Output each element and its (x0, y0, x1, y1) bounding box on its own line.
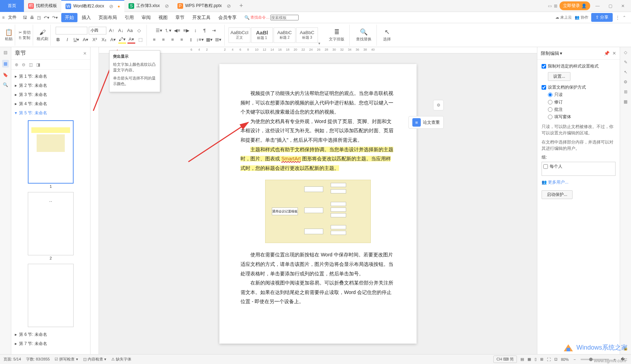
tab-home[interactable]: 首页 (0, 0, 24, 12)
search-icon[interactable]: 🔍 (3, 82, 8, 87)
more-icon[interactable]: ⋮ (616, 15, 620, 20)
find-replace-button[interactable]: 🔍查找替换 (353, 28, 374, 42)
page-count[interactable]: 页面: 5/14 (4, 357, 21, 362)
font-color-icon[interactable]: A▾ (127, 36, 135, 44)
copy-button[interactable]: ⎘ 复制 (19, 35, 30, 40)
style-h1[interactable]: AaBl标题 1 (251, 27, 273, 43)
section-up-icon[interactable]: ◫ (29, 62, 33, 67)
chapter-item[interactable]: ▸ 第 3 节: 未命名 (11, 90, 90, 99)
tab-template[interactable]: 稻 找稻壳模板 (24, 0, 61, 12)
tab-pin-icon[interactable]: ⊘ (165, 3, 169, 9)
style-h2[interactable]: AaBbC标题 2 (274, 27, 295, 43)
ruler-horizontal[interactable]: 642 246 81012 141618 202224 262830 32343… (99, 47, 537, 53)
zoom-out-icon[interactable]: − (572, 357, 577, 362)
tab-word-doc[interactable]: W Word教程2.docx ⊘ ● (61, 0, 124, 12)
hamburger-icon[interactable]: ≡ (2, 15, 5, 20)
body-text[interactable]: 视频提供了功能强大的方法帮助您证明您的观点。当您单击联机视频时，可以在想要添加的… (240, 89, 395, 117)
start-protect-button[interactable]: 启动保护... (542, 190, 573, 199)
tab-add-button[interactable]: + (235, 2, 248, 9)
change-case-icon[interactable]: Aa (126, 27, 134, 34)
chapter-item[interactable]: ▸ 第 4 节: 未命名 (11, 99, 90, 108)
menu-dev[interactable]: 开发工具 (189, 13, 214, 22)
panel-close-icon[interactable]: ✕ (612, 51, 616, 56)
italic-icon[interactable]: I (63, 36, 71, 44)
text-dir-button[interactable]: ≣文字排版 (326, 28, 347, 42)
missing-font[interactable]: ⚠ 缺失字体 (111, 357, 131, 362)
bullets-icon[interactable]: ☰▾ (155, 27, 163, 34)
undo-icon[interactable]: ↶▾ (44, 15, 49, 20)
view-web-icon[interactable]: ▯ (535, 357, 537, 362)
format-brush[interactable]: 格式刷 (37, 36, 48, 41)
search-cmd[interactable]: 查找命令… (250, 15, 270, 20)
smartart-diagram[interactable]: 通用会议记置模板 (265, 180, 371, 243)
chapter-item[interactable]: ▸ 第 6 节: 未命名 (11, 330, 90, 339)
radio-comment[interactable]: 批注 (548, 107, 616, 113)
zoom-level[interactable]: 80% (561, 357, 569, 362)
font-size-select[interactable] (89, 27, 106, 34)
chk-protect[interactable]: 设置文档的保护方式 (542, 84, 616, 90)
underline-icon[interactable]: U▾ (73, 36, 80, 44)
rr-icon[interactable]: ⚙ (624, 79, 627, 84)
view-read-icon[interactable]: ⊞ (540, 357, 543, 362)
print-icon[interactable]: 🖶 (30, 15, 34, 20)
align-right-icon[interactable]: ≡ (169, 36, 176, 44)
save-icon[interactable]: 🖫 (23, 15, 27, 20)
text-effect-icon[interactable]: A▾ (109, 36, 117, 44)
radio-readonly[interactable]: 只读 (548, 92, 616, 98)
add-section-icon[interactable]: ⊕ (15, 62, 18, 67)
menu-view[interactable]: 视图 (155, 13, 171, 22)
body-text[interactable]: 使用在需要位置出现的新按钮在 Word 中保存时间。若要更改图片适应文档的方式，… (240, 250, 395, 278)
paste-button[interactable]: 粘贴 (5, 36, 13, 41)
collapse-ribbon-icon[interactable]: ⌃ (623, 15, 626, 20)
menu-review[interactable]: 审阅 (138, 13, 154, 22)
line-spacing-icon[interactable]: ↕≡▾ (196, 36, 204, 44)
justify-icon[interactable]: ≡ (178, 36, 186, 44)
close-button[interactable]: ✕ (618, 1, 628, 11)
highlight-color-icon[interactable]: 🖍▾ (118, 36, 126, 44)
users-box[interactable]: 每个人 (542, 162, 616, 176)
preview-icon[interactable]: ◳ (37, 15, 41, 20)
login-button[interactable]: 立即登录👤 (560, 1, 590, 10)
page-thumb[interactable] (28, 120, 74, 184)
panel-close-icon[interactable]: ✕ (83, 51, 87, 56)
word-count[interactable]: 字数: 83/2855 (26, 357, 50, 362)
redo-icon[interactable]: ↷▾ (52, 15, 58, 20)
sort-icon[interactable]: ↕ (192, 27, 199, 34)
layout-icon[interactable]: ▭ (548, 4, 552, 8)
distribute-icon[interactable]: ⫿ (187, 36, 195, 44)
chapter-icon[interactable]: ▦ (2, 60, 9, 68)
tab-xlsx[interactable]: S 工作簿3.xlsx ⊘ (124, 0, 173, 12)
numbering-icon[interactable]: ⒈▾ (164, 27, 172, 34)
borders-icon[interactable]: ⊞▾ (214, 36, 222, 44)
styles-more-icon[interactable]: ▾ (318, 41, 320, 46)
file-menu[interactable]: 文件 (5, 14, 19, 20)
radio-form[interactable]: 填写窗体 (548, 114, 616, 120)
menu-insert[interactable]: 插入 (78, 13, 94, 22)
clear-format-icon[interactable]: ◇ (135, 27, 143, 34)
chapter-item[interactable]: ▸ 第 2 节: 未命名 (11, 81, 90, 90)
rr-icon[interactable]: ◇ (624, 50, 627, 55)
ime-indicator[interactable]: CH ⌨ 简 (493, 356, 517, 363)
body-text[interactable]: 主题和样式也有助于文档保持协调。当您单击设计并选择新的主题时，图片、图表或 Sm… (240, 145, 395, 173)
style-h3[interactable]: AaBbC标题 3 (296, 27, 318, 43)
zoom-fit-icon[interactable]: ⊡ (554, 357, 557, 362)
cloud-button[interactable]: ☁ 未上云 (555, 15, 572, 20)
menu-start[interactable]: 开始 (61, 13, 77, 22)
tab-pin-icon[interactable]: ⊘ (109, 4, 113, 9)
strike-icon[interactable]: A̶▾ (82, 36, 89, 44)
spellcheck-toggle[interactable]: ☑ 拼写检查 ▾ (55, 357, 78, 362)
chapter-item[interactable]: ▾ 第 5 节: 未命名 (11, 108, 90, 117)
more-users-link[interactable]: 👥 更多用户... (542, 180, 568, 185)
search-template-input[interactable] (270, 15, 299, 20)
settings-button[interactable]: 设置... (548, 72, 570, 81)
rr-icon[interactable]: ⊞ (624, 89, 627, 94)
shading-icon[interactable]: ▦▾ (205, 36, 213, 44)
outline-icon[interactable]: ▤ (4, 50, 7, 55)
coop-button[interactable]: 👥 协作 (575, 15, 588, 20)
select-button[interactable]: ↖选择 (380, 28, 394, 42)
view-print-icon[interactable]: ▤ (520, 357, 524, 362)
subscript-icon[interactable]: X₂ (100, 36, 108, 44)
bold-icon[interactable]: B (54, 36, 62, 44)
menu-member[interactable]: 会员专享 (215, 13, 240, 22)
align-left-icon[interactable]: ≡ (150, 36, 158, 44)
